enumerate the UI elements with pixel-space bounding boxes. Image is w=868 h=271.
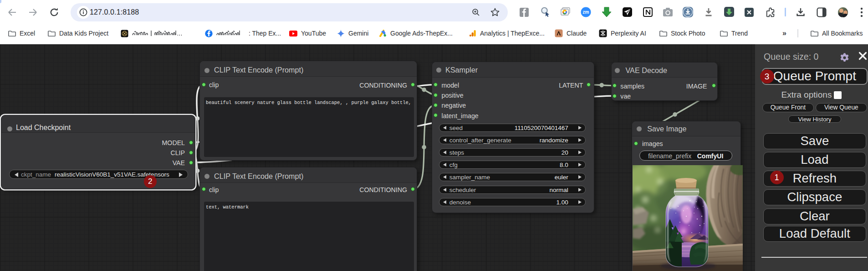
svg-text:zm: zm [583,10,589,15]
